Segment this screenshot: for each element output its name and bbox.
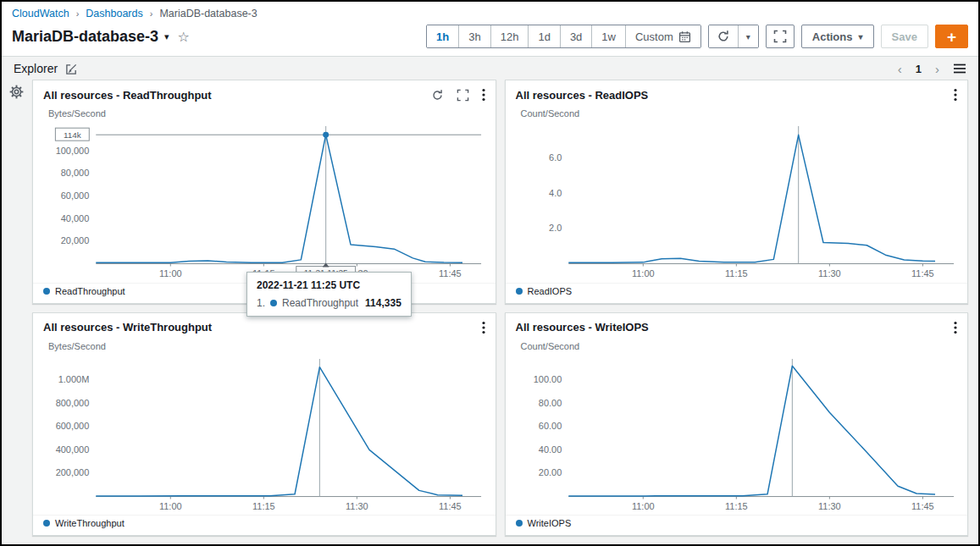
svg-text:40.00: 40.00 <box>538 444 561 454</box>
svg-text:11:00: 11:00 <box>159 500 182 510</box>
custom-label: Custom <box>635 30 673 43</box>
chart-card-write-throughput: All resources - WriteThroughput Bytes/Se… <box>32 312 496 537</box>
chart-legend[interactable]: WriteThroughput <box>33 515 496 535</box>
calendar-icon <box>678 30 691 43</box>
tooltip-series-marker <box>270 300 277 306</box>
dashboard-header: MariaDB-database-3 ▾ ☆ 1h 3h 12h 1d 3d 1… <box>2 23 978 57</box>
time-range-1h[interactable]: 1h <box>427 25 458 47</box>
page-title: MariaDB-database-3 <box>12 28 158 46</box>
time-range-1w[interactable]: 1w <box>591 25 625 47</box>
line-chart-read-iops[interactable]: 11:0011:1511:3011:452.04.06.0 <box>506 119 968 283</box>
svg-text:800,000: 800,000 <box>56 397 90 407</box>
breadcrumb-separator-icon: › <box>150 8 153 19</box>
plus-icon: + <box>947 29 956 45</box>
widget-title: All resources - ReadIOPS <box>516 89 649 102</box>
refresh-options-button[interactable]: ▾ <box>738 25 758 47</box>
tooltip-series-name: ReadThroughput <box>282 297 358 309</box>
y-axis-unit: Bytes/Second <box>48 341 496 351</box>
actions-label: Actions <box>812 30 853 43</box>
chart-tooltip: 2022-11-21 11:25 UTC 1. ReadThroughput 1… <box>246 272 412 317</box>
breadcrumb-link-cloudwatch[interactable]: CloudWatch <box>12 8 69 19</box>
chart-legend[interactable]: ReadIOPS <box>506 283 968 303</box>
time-range-1d[interactable]: 1d <box>528 25 559 47</box>
tooltip-timestamp: 2022-11-21 11:25 UTC <box>257 279 401 291</box>
svg-text:11:00: 11:00 <box>631 268 654 279</box>
svg-text:100,000: 100,000 <box>56 146 90 156</box>
widget-title: All resources - ReadThroughput <box>43 89 212 102</box>
svg-text:4.0: 4.0 <box>549 188 562 198</box>
time-range-group: 1h 3h 12h 1d 3d 1w Custom <box>426 25 701 48</box>
time-range-custom[interactable]: Custom <box>625 25 700 47</box>
svg-text:40,000: 40,000 <box>61 213 90 223</box>
svg-text:6.0: 6.0 <box>549 152 562 163</box>
fullscreen-icon <box>773 30 787 43</box>
breadcrumb-separator-icon: › <box>76 8 80 19</box>
add-widget-button[interactable]: + <box>935 25 968 48</box>
dashboard-body: Explorer ‹ 1 › <box>2 57 978 544</box>
svg-text:20,000: 20,000 <box>61 235 90 245</box>
edit-dashboard-button[interactable] <box>65 63 78 75</box>
legend-label: WriteIOPS <box>528 518 572 528</box>
chart-legend[interactable]: WriteIOPS <box>506 515 968 535</box>
save-button[interactable]: Save <box>881 25 928 48</box>
svg-text:20.00: 20.00 <box>538 467 561 477</box>
actions-button[interactable]: Actions ▾ <box>801 25 874 48</box>
refresh-icon <box>431 89 444 102</box>
legend-marker <box>43 520 50 527</box>
left-rail <box>2 78 30 544</box>
fullscreen-button[interactable] <box>766 25 795 48</box>
chevron-left-icon[interactable]: ‹ <box>898 63 902 75</box>
legend-label: ReadThroughput <box>55 286 125 296</box>
line-chart-read-throughput[interactable]: 114k11:0011:1511:3011:4520,00040,00060,0… <box>33 119 496 283</box>
svg-text:11:15: 11:15 <box>252 500 275 510</box>
menu-button[interactable] <box>953 63 966 74</box>
svg-text:114k: 114k <box>64 130 81 140</box>
widget-title: All resources - WriteIOPS <box>516 321 649 334</box>
tooltip-row-index: 1. <box>257 297 265 309</box>
widget-menu-button[interactable] <box>954 321 957 334</box>
svg-text:11:45: 11:45 <box>911 500 934 510</box>
pagination: ‹ 1 › <box>898 63 966 75</box>
content-row: All resources - ReadThroughput <box>2 78 978 544</box>
widget-refresh-button[interactable] <box>431 89 444 102</box>
explorer-label: Explorer <box>14 62 58 75</box>
widget-menu-button[interactable] <box>954 88 957 102</box>
svg-text:400,000: 400,000 <box>56 444 90 454</box>
time-range-3d[interactable]: 3d <box>560 25 591 47</box>
chevron-right-icon[interactable]: › <box>935 63 939 75</box>
refresh-icon <box>717 30 730 43</box>
svg-text:11:30: 11:30 <box>818 268 841 279</box>
kebab-menu-icon <box>482 88 485 102</box>
caret-down-icon: ▾ <box>858 32 862 41</box>
gear-icon <box>9 85 24 99</box>
legend-label: WriteThroughput <box>55 518 125 528</box>
refresh-split-button: ▾ <box>708 25 759 48</box>
legend-marker <box>516 520 523 527</box>
svg-text:11:45: 11:45 <box>911 268 934 279</box>
svg-text:11:30: 11:30 <box>346 500 368 510</box>
time-range-12h[interactable]: 12h <box>490 25 529 47</box>
refresh-button[interactable] <box>709 25 738 47</box>
page-number: 1 <box>916 63 922 75</box>
expand-icon <box>457 89 469 102</box>
widget-expand-button[interactable] <box>457 89 469 102</box>
svg-text:600,000: 600,000 <box>56 421 90 431</box>
svg-text:11:45: 11:45 <box>439 500 462 510</box>
widget-menu-button[interactable] <box>482 88 485 102</box>
breadcrumb: CloudWatch › Dashboards › MariaDB-databa… <box>2 2 978 23</box>
widget-menu-button[interactable] <box>482 321 485 334</box>
settings-button[interactable] <box>9 85 24 99</box>
title-dropdown-caret-icon[interactable]: ▾ <box>164 31 169 42</box>
svg-text:11:00: 11:00 <box>631 500 654 510</box>
breadcrumb-link-dashboards[interactable]: Dashboards <box>86 8 142 19</box>
explorer-bar: Explorer ‹ 1 › <box>2 57 978 78</box>
chart-card-read-throughput: All resources - ReadThroughput <box>32 80 496 304</box>
legend-label: ReadIOPS <box>528 286 573 296</box>
line-chart-write-throughput[interactable]: 11:0011:1511:3011:45200,000400,000600,00… <box>33 351 496 516</box>
svg-text:1.000M: 1.000M <box>58 374 90 384</box>
svg-text:80.00: 80.00 <box>538 397 561 407</box>
time-range-3h[interactable]: 3h <box>458 25 490 47</box>
y-axis-unit: Bytes/Second <box>48 108 496 119</box>
line-chart-write-iops[interactable]: 11:0011:1511:3011:4520.0040.0060.0080.00… <box>506 351 968 516</box>
favorite-star-icon[interactable]: ☆ <box>178 29 190 45</box>
